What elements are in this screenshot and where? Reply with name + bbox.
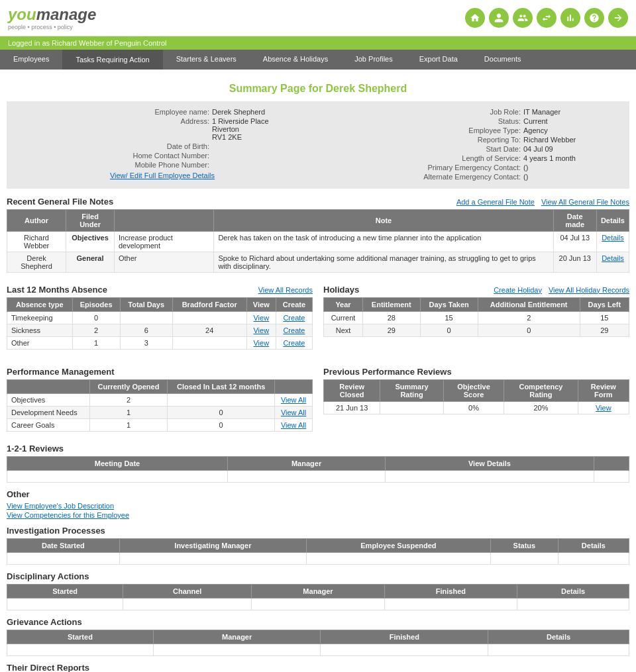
info-mobile-row: Mobile Phone Number:: [13, 161, 311, 169]
info-primary-emergency-row: Primary Emergency Contact: (): [325, 164, 623, 171]
nav-employees[interactable]: Employees: [0, 50, 62, 70]
file-note-details-link-1[interactable]: Details: [602, 234, 624, 242]
prev-performance-section: Previous Performance Reviews Review Clos…: [323, 360, 629, 437]
reviews-table: Meeting Date Manager View Details: [7, 456, 629, 483]
logo-you: you: [8, 5, 36, 23]
table-row: Objectives 2 View All: [7, 394, 313, 407]
info-right: Job Role: IT Manager Status: Current Emp…: [325, 108, 623, 182]
info-reporting-row: Reporting To: Richard Webber: [325, 136, 623, 144]
info-status-row: Status: Current: [325, 117, 623, 125]
view-job-desc-link[interactable]: View Employee's Job Description: [7, 502, 629, 510]
home-icon[interactable]: [465, 8, 485, 28]
info-startdate-row: Start Date: 04 Jul 09: [325, 145, 623, 153]
disciplinary-header: Disciplinary Actions: [7, 571, 629, 581]
view-all-holiday-link[interactable]: View All Holiday Records: [549, 286, 629, 294]
table-row: Richard Webber Objectives Increase produ…: [7, 232, 629, 252]
add-file-note-link[interactable]: Add a General File Note: [456, 198, 535, 206]
table-row: [7, 644, 629, 656]
holidays-section: Holidays Create Holiday View All Holiday…: [323, 278, 629, 355]
absence-view-sickness[interactable]: View: [253, 326, 269, 334]
info-address-row: Address: 1 Riverside Place Riverton RV1 …: [13, 117, 311, 141]
grievance-table: Started Manager Finished Details: [7, 630, 629, 656]
grievance-header: Grievance Actions: [7, 617, 629, 627]
nav-documents[interactable]: Documents: [471, 50, 535, 70]
absence-create-timekeeping[interactable]: Create: [283, 314, 305, 322]
table-row: Sickness 2 6 24 View Create: [7, 324, 313, 337]
table-row: Derek Shepherd General Other Spoke to Ri…: [7, 252, 629, 273]
absence-holidays-section: Last 12 Months Absence View All Records …: [7, 278, 629, 355]
file-note-details-link-2[interactable]: Details: [602, 254, 624, 262]
investigation-header: Investigation Processes: [7, 526, 629, 536]
help-icon[interactable]: [584, 8, 604, 28]
view-all-absence-link[interactable]: View All Records: [258, 286, 313, 294]
group-icon[interactable]: [513, 8, 533, 28]
login-bar: Logged in as Richard Webber of Penguin C…: [0, 36, 636, 50]
perf-view-career-goals[interactable]: View All: [281, 421, 306, 429]
logo: youmanage people • process • policy: [8, 5, 96, 30]
file-notes-header: Recent General File Notes Add a General …: [7, 197, 629, 207]
main-nav: Employees Tasks Requiring Action Starter…: [0, 50, 636, 70]
info-name-row: Employee name: Derek Shepherd: [13, 108, 311, 116]
info-length-row: Length of Service: 4 years 1 month: [325, 154, 623, 162]
switch-icon[interactable]: [537, 8, 556, 28]
absence-create-sickness[interactable]: Create: [283, 326, 305, 334]
info-dob-row: Date of Birth:: [13, 142, 311, 150]
table-row: 21 Jun 13 0% 20% View: [324, 402, 629, 414]
nav-icons: [465, 8, 628, 28]
perf-view-objectives[interactable]: View All: [281, 396, 306, 404]
table-row: Career Goals 1 0 View All: [7, 419, 313, 432]
absence-view-other[interactable]: View: [253, 339, 269, 347]
absence-view-timekeeping[interactable]: View: [253, 314, 269, 322]
table-row: Current 28 15 2 15: [324, 312, 629, 324]
info-alternate-emergency-row: Alternate Emergency Contact: (): [325, 173, 623, 181]
table-row: Development Needs 1 0 View All: [7, 407, 313, 419]
table-row: Next 29 0 0 29: [324, 324, 629, 337]
perf-view-dev-needs[interactable]: View All: [281, 408, 306, 416]
prev-perf-view-link[interactable]: View: [596, 404, 611, 412]
employee-info-box: Employee name: Derek Shepherd Address: 1…: [7, 101, 629, 189]
disciplinary-table: Started Channel Manager Finished Details: [7, 584, 629, 610]
absence-section: Last 12 Months Absence View All Records …: [7, 278, 313, 355]
table-row: Other 1 3 View Create: [7, 337, 313, 350]
view-edit-employee-link[interactable]: View/ Edit Full Employee Details: [110, 171, 215, 179]
performance-management-section: Performance Management Currently Opened …: [7, 360, 313, 437]
person-icon[interactable]: [489, 8, 509, 28]
reviews-header: 1-2-1 Reviews: [7, 444, 629, 454]
page-title: Summary Page for Derek Shepherd: [7, 83, 629, 95]
table-row: [7, 471, 629, 483]
prev-performance-table: Review Closed Summary Rating Objective S…: [323, 379, 629, 414]
table-row: [7, 599, 629, 610]
nav-starters-leavers[interactable]: Starters & Leavers: [163, 50, 250, 70]
info-left: Employee name: Derek Shepherd Address: 1…: [13, 108, 311, 182]
nav-job-profiles[interactable]: Job Profiles: [341, 50, 405, 70]
holidays-table: Year Entitlement Days Taken Additional E…: [323, 297, 629, 337]
forward-icon[interactable]: [608, 8, 628, 28]
other-links: View Employee's Job Description View Com…: [7, 502, 629, 519]
logo-manage: manage: [36, 5, 97, 23]
info-home-row: Home Contact Number:: [13, 152, 311, 160]
nav-absence-holidays[interactable]: Absence & Holidays: [250, 50, 341, 70]
absence-create-other[interactable]: Create: [283, 339, 305, 347]
nav-tasks[interactable]: Tasks Requiring Action: [62, 50, 162, 70]
performance-table: Currently Opened Closed In Last 12 month…: [7, 379, 313, 432]
chart-icon[interactable]: [560, 8, 580, 28]
info-jobrole-row: Job Role: IT Manager: [325, 108, 623, 116]
table-row: [7, 553, 629, 565]
nav-export-data[interactable]: Export Data: [406, 50, 471, 70]
file-notes-table: Author Filed Under Note Date made Detail…: [7, 209, 629, 273]
view-competencies-link[interactable]: View Competencies for this Employee: [7, 511, 629, 519]
performance-section: Performance Management Currently Opened …: [7, 360, 629, 437]
direct-reports-header: Their Direct Reports: [7, 663, 629, 672]
header: youmanage people • process • policy: [0, 0, 636, 36]
info-emptype-row: Employee Type: Agency: [325, 126, 623, 134]
investigation-table: Date Started Investigating Manager Emplo…: [7, 538, 629, 565]
absence-table: Absence type Episodes Total Days Bradfor…: [7, 297, 313, 350]
main-content: Summary Page for Derek Shepherd Employee…: [0, 70, 636, 672]
logo-tagline: people • process • policy: [8, 24, 96, 30]
other-header: Other: [7, 489, 629, 499]
table-row: Timekeeping 0 View Create: [7, 312, 313, 324]
view-all-file-notes-link[interactable]: View All General File Notes: [541, 198, 629, 206]
create-holiday-link[interactable]: Create Holiday: [494, 286, 542, 294]
